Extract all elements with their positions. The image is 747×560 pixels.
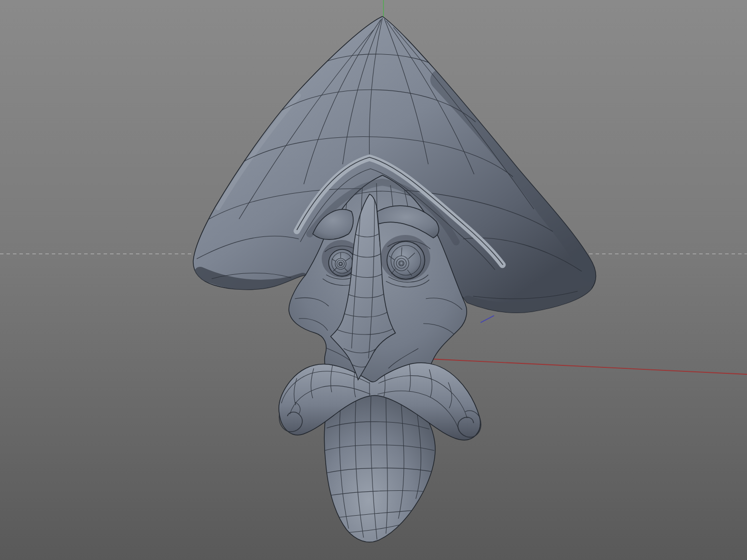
viewport-canvas[interactable] xyxy=(0,0,747,560)
scene-svg xyxy=(0,0,747,560)
eyeball-right[interactable] xyxy=(387,241,425,279)
